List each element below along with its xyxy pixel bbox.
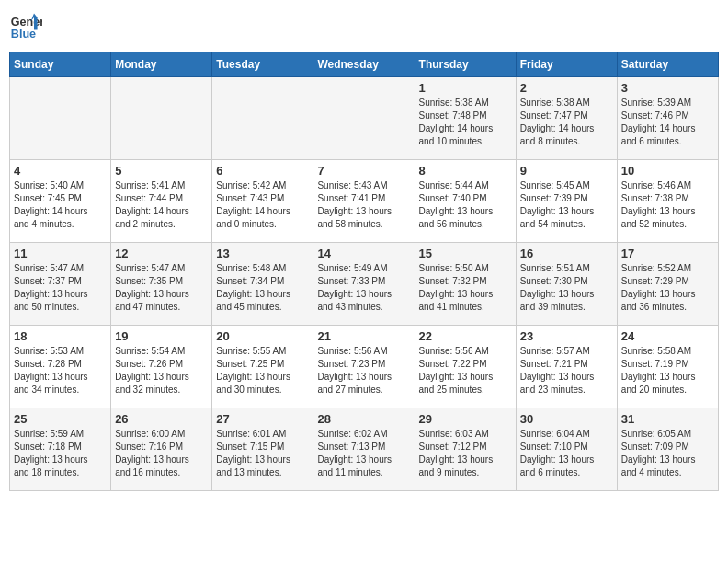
day-cell: 26Sunrise: 6:00 AMSunset: 7:16 PMDayligh… (111, 408, 212, 491)
day-cell: 22Sunrise: 5:56 AMSunset: 7:22 PMDayligh… (415, 326, 516, 408)
logo: General Blue (9, 9, 42, 42)
day-number: 3 (621, 81, 714, 95)
day-cell: 2Sunrise: 5:38 AMSunset: 7:47 PMDaylight… (516, 77, 617, 160)
day-number: 28 (317, 412, 410, 426)
day-cell: 31Sunrise: 6:05 AMSunset: 7:09 PMDayligh… (617, 408, 718, 491)
day-number: 19 (115, 329, 208, 343)
day-number: 8 (419, 164, 512, 178)
day-info: Sunrise: 5:41 AMSunset: 7:44 PMDaylight:… (115, 179, 208, 231)
day-info: Sunrise: 5:44 AMSunset: 7:40 PMDaylight:… (419, 179, 512, 231)
day-cell: 8Sunrise: 5:44 AMSunset: 7:40 PMDaylight… (415, 160, 516, 243)
day-cell: 14Sunrise: 5:49 AMSunset: 7:33 PMDayligh… (313, 243, 415, 326)
day-cell: 5Sunrise: 5:41 AMSunset: 7:44 PMDaylight… (111, 160, 212, 243)
day-info: Sunrise: 6:05 AMSunset: 7:09 PMDaylight:… (621, 428, 714, 479)
day-info: Sunrise: 5:54 AMSunset: 7:26 PMDaylight:… (115, 345, 208, 396)
day-number: 10 (621, 164, 714, 178)
day-cell: 28Sunrise: 6:02 AMSunset: 7:13 PMDayligh… (313, 408, 415, 491)
day-cell: 10Sunrise: 5:46 AMSunset: 7:38 PMDayligh… (617, 160, 718, 243)
day-info: Sunrise: 6:00 AMSunset: 7:16 PMDaylight:… (115, 428, 208, 479)
day-number: 22 (419, 329, 512, 343)
day-cell: 24Sunrise: 5:58 AMSunset: 7:19 PMDayligh… (617, 326, 718, 408)
day-number: 6 (216, 164, 309, 178)
day-number: 4 (14, 164, 107, 178)
day-info: Sunrise: 5:46 AMSunset: 7:38 PMDaylight:… (621, 179, 714, 231)
day-info: Sunrise: 5:47 AMSunset: 7:37 PMDaylight:… (14, 262, 107, 314)
day-number: 7 (317, 164, 410, 178)
day-number: 27 (216, 412, 309, 426)
day-cell (212, 77, 313, 160)
day-cell: 16Sunrise: 5:51 AMSunset: 7:30 PMDayligh… (516, 243, 617, 326)
day-cell: 13Sunrise: 5:48 AMSunset: 7:34 PMDayligh… (212, 243, 313, 326)
day-number: 24 (621, 329, 714, 343)
day-info: Sunrise: 5:56 AMSunset: 7:23 PMDaylight:… (317, 345, 410, 396)
day-cell: 19Sunrise: 5:54 AMSunset: 7:26 PMDayligh… (111, 326, 212, 408)
col-header-monday: Monday (111, 52, 212, 77)
col-header-saturday: Saturday (617, 52, 718, 77)
day-info: Sunrise: 5:59 AMSunset: 7:18 PMDaylight:… (14, 428, 107, 479)
day-cell: 17Sunrise: 5:52 AMSunset: 7:29 PMDayligh… (617, 243, 718, 326)
svg-text:Blue: Blue (11, 28, 36, 40)
day-info: Sunrise: 5:58 AMSunset: 7:19 PMDaylight:… (621, 345, 714, 396)
day-cell: 12Sunrise: 5:47 AMSunset: 7:35 PMDayligh… (111, 243, 212, 326)
day-number: 26 (115, 412, 208, 426)
day-cell: 23Sunrise: 5:57 AMSunset: 7:21 PMDayligh… (516, 326, 617, 408)
day-cell: 4Sunrise: 5:40 AMSunset: 7:45 PMDaylight… (10, 160, 111, 243)
day-info: Sunrise: 6:01 AMSunset: 7:15 PMDaylight:… (216, 428, 309, 479)
day-number: 12 (115, 247, 208, 260)
day-info: Sunrise: 5:57 AMSunset: 7:21 PMDaylight:… (520, 345, 613, 396)
day-info: Sunrise: 6:03 AMSunset: 7:12 PMDaylight:… (419, 428, 512, 479)
day-info: Sunrise: 5:47 AMSunset: 7:35 PMDaylight:… (115, 262, 208, 314)
col-header-wednesday: Wednesday (313, 52, 415, 77)
week-row-5: 25Sunrise: 5:59 AMSunset: 7:18 PMDayligh… (10, 408, 719, 491)
day-cell: 30Sunrise: 6:04 AMSunset: 7:10 PMDayligh… (516, 408, 617, 491)
day-info: Sunrise: 5:55 AMSunset: 7:25 PMDaylight:… (216, 345, 309, 396)
day-number: 14 (317, 247, 410, 260)
day-number: 16 (520, 247, 613, 260)
day-cell (313, 77, 415, 160)
day-number: 18 (14, 329, 107, 343)
day-number: 31 (621, 412, 714, 426)
col-header-sunday: Sunday (10, 52, 111, 77)
day-cell (10, 77, 111, 160)
day-number: 20 (216, 329, 309, 343)
day-number: 2 (520, 81, 613, 95)
day-info: Sunrise: 5:50 AMSunset: 7:32 PMDaylight:… (419, 262, 512, 314)
week-row-1: 1Sunrise: 5:38 AMSunset: 7:48 PMDaylight… (10, 77, 719, 160)
day-cell: 27Sunrise: 6:01 AMSunset: 7:15 PMDayligh… (212, 408, 313, 491)
day-info: Sunrise: 5:48 AMSunset: 7:34 PMDaylight:… (216, 262, 309, 314)
day-info: Sunrise: 5:40 AMSunset: 7:45 PMDaylight:… (14, 179, 107, 231)
day-cell: 15Sunrise: 5:50 AMSunset: 7:32 PMDayligh… (415, 243, 516, 326)
day-number: 5 (115, 164, 208, 178)
day-number: 30 (520, 412, 613, 426)
day-cell: 29Sunrise: 6:03 AMSunset: 7:12 PMDayligh… (415, 408, 516, 491)
day-number: 15 (419, 247, 512, 260)
day-number: 17 (621, 247, 714, 260)
day-number: 13 (216, 247, 309, 260)
day-cell: 18Sunrise: 5:53 AMSunset: 7:28 PMDayligh… (10, 326, 111, 408)
day-number: 9 (520, 164, 613, 178)
week-row-2: 4Sunrise: 5:40 AMSunset: 7:45 PMDaylight… (10, 160, 719, 243)
day-cell (111, 77, 212, 160)
day-number: 11 (14, 247, 107, 260)
day-cell: 25Sunrise: 5:59 AMSunset: 7:18 PMDayligh… (10, 408, 111, 491)
page-header: General Blue (9, 9, 719, 42)
day-cell: 1Sunrise: 5:38 AMSunset: 7:48 PMDaylight… (415, 77, 516, 160)
day-cell: 6Sunrise: 5:42 AMSunset: 7:43 PMDaylight… (212, 160, 313, 243)
day-info: Sunrise: 5:38 AMSunset: 7:47 PMDaylight:… (520, 97, 613, 148)
day-cell: 20Sunrise: 5:55 AMSunset: 7:25 PMDayligh… (212, 326, 313, 408)
day-info: Sunrise: 5:42 AMSunset: 7:43 PMDaylight:… (216, 179, 309, 231)
calendar-table: SundayMondayTuesdayWednesdayThursdayFrid… (9, 52, 719, 491)
day-info: Sunrise: 5:39 AMSunset: 7:46 PMDaylight:… (621, 97, 714, 148)
day-cell: 11Sunrise: 5:47 AMSunset: 7:37 PMDayligh… (10, 243, 111, 326)
day-info: Sunrise: 6:04 AMSunset: 7:10 PMDaylight:… (520, 428, 613, 479)
day-number: 29 (419, 412, 512, 426)
day-info: Sunrise: 5:51 AMSunset: 7:30 PMDaylight:… (520, 262, 613, 314)
day-number: 23 (520, 329, 613, 343)
day-cell: 3Sunrise: 5:39 AMSunset: 7:46 PMDaylight… (617, 77, 718, 160)
col-header-thursday: Thursday (415, 52, 516, 77)
day-cell: 7Sunrise: 5:43 AMSunset: 7:41 PMDaylight… (313, 160, 415, 243)
week-row-4: 18Sunrise: 5:53 AMSunset: 7:28 PMDayligh… (10, 326, 719, 408)
day-number: 1 (419, 81, 512, 95)
col-header-tuesday: Tuesday (212, 52, 313, 77)
col-header-friday: Friday (516, 52, 617, 77)
